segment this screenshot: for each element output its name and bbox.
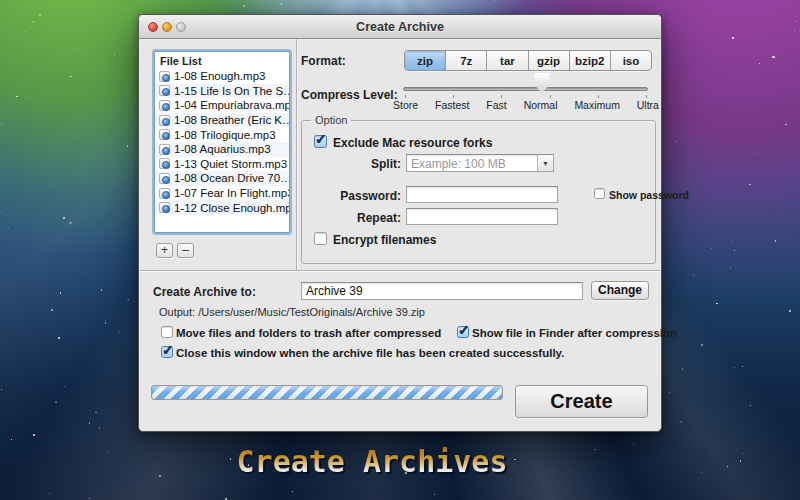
- star-dot: [74, 49, 75, 50]
- archive-name-field[interactable]: [301, 282, 583, 300]
- destination-label: Create Archive to:: [153, 285, 256, 299]
- list-item-label: 1-13 Quiet Storm.mp3: [174, 158, 287, 170]
- star-dot: [675, 141, 676, 142]
- audio-file-icon: [159, 85, 170, 96]
- list-item[interactable]: 1-04 Empuriabrava.mp3: [155, 98, 289, 113]
- split-combobox[interactable]: Example: 100 MB ▼: [406, 154, 554, 172]
- add-file-button[interactable]: +: [156, 243, 173, 258]
- close-window-checkbox[interactable]: ✓: [161, 346, 173, 358]
- list-item-label: 1-15 Life Is On The S…: [174, 85, 289, 97]
- format-option-7z[interactable]: 7z: [446, 51, 487, 70]
- list-item[interactable]: 1-13 Quiet Storm.mp3: [155, 157, 289, 172]
- star-dot: [90, 159, 91, 160]
- audio-file-icon: [159, 144, 170, 155]
- window-titlebar[interactable]: Create Archive: [139, 15, 661, 39]
- file-list[interactable]: File List 1-08 Enough.mp3 1-15 Life Is O…: [154, 51, 290, 233]
- star-dot: [95, 412, 97, 414]
- list-item-label: 1-12 Close Enough.mp3: [174, 202, 289, 214]
- format-option-iso[interactable]: iso: [611, 51, 651, 70]
- create-archive-window: Create Archive File List 1-08 Enough.mp3…: [138, 14, 662, 432]
- list-item[interactable]: 1-07 Fear In Flight.mp3: [155, 186, 289, 201]
- password-field[interactable]: [406, 186, 558, 203]
- star-dot: [101, 289, 103, 291]
- star-dot: [114, 54, 115, 55]
- move-trash-checkbox[interactable]: ✓: [161, 326, 173, 338]
- star-dot: [243, 5, 245, 7]
- encrypt-filenames-checkbox[interactable]: ✓: [314, 232, 327, 245]
- file-list-label: File List: [155, 52, 289, 69]
- change-button[interactable]: Change: [591, 281, 649, 300]
- desktop-background: Create Archives Create Archive File List…: [0, 0, 800, 500]
- format-option-bzip2[interactable]: bzip2: [570, 51, 611, 70]
- star-dot: [759, 63, 760, 64]
- list-item-label: 1-04 Empuriabrava.mp3: [174, 99, 289, 111]
- star-dot: [734, 250, 735, 251]
- list-item[interactable]: 1-08 Trilogique.mp3: [155, 127, 289, 142]
- star-dot: [711, 248, 712, 249]
- split-dropdown-button[interactable]: ▼: [537, 155, 553, 171]
- star-dot: [281, 3, 283, 5]
- star-dot: [680, 421, 682, 423]
- star-dot: [58, 337, 60, 339]
- star-dot: [60, 292, 62, 294]
- encrypt-filenames-label: Encrypt filenames: [333, 233, 436, 247]
- exclude-forks-checkbox[interactable]: ✓: [314, 135, 327, 148]
- star-dot: [732, 37, 734, 39]
- star-dot: [89, 498, 90, 499]
- format-option-zip[interactable]: zip: [405, 51, 446, 70]
- star-dot: [128, 299, 129, 300]
- star-dot: [789, 310, 791, 312]
- star-dot: [63, 217, 65, 219]
- audio-file-icon: [159, 100, 170, 111]
- create-button[interactable]: Create: [515, 385, 648, 418]
- list-item-label: 1-08 Breather (Eric K…: [174, 114, 289, 126]
- audio-file-icon: [159, 158, 170, 169]
- star-dot: [16, 96, 18, 98]
- star-dot: [105, 322, 107, 324]
- show-password-label: Show password: [609, 189, 689, 201]
- list-item-label: 1-08 Ocean Drive 70…: [174, 172, 289, 184]
- star-dot: [99, 427, 101, 429]
- star-dot: [76, 135, 78, 137]
- list-item[interactable]: 1-15 Life Is On The S…: [155, 84, 289, 99]
- star-dot: [772, 56, 774, 58]
- show-finder-checkbox[interactable]: ✓: [457, 326, 469, 338]
- format-option-tar[interactable]: tar: [487, 51, 528, 70]
- split-label: Split:: [301, 157, 401, 171]
- list-item[interactable]: 1-08 Enough.mp3: [155, 69, 289, 84]
- app-caption: Create Archives: [0, 444, 772, 479]
- star-dot: [1, 124, 2, 125]
- audio-file-icon: [159, 173, 170, 184]
- progress-bar: [151, 385, 503, 400]
- pane-divider-horizontal: [139, 270, 661, 271]
- remove-file-button[interactable]: –: [177, 243, 194, 258]
- compress-slider-track[interactable]: [403, 87, 648, 91]
- star-dot: [85, 2, 86, 3]
- slider-label-store: Store: [393, 99, 418, 111]
- format-option-gzip[interactable]: gzip: [529, 51, 570, 70]
- slider-label-fastest: Fastest: [435, 99, 469, 111]
- star-dot: [669, 392, 670, 393]
- star-dot: [1, 211, 2, 212]
- star-dot: [27, 95, 29, 97]
- star-dot: [69, 222, 71, 224]
- star-dot: [127, 145, 129, 147]
- list-item[interactable]: 1-12 Close Enough.mp3: [155, 200, 289, 215]
- star-dot: [70, 76, 72, 78]
- star-dot: [33, 434, 35, 436]
- audio-file-icon: [159, 115, 170, 126]
- compress-level-label: Compress Level:: [301, 88, 398, 102]
- star-dot: [8, 227, 9, 228]
- pane-divider-vertical: [296, 39, 297, 270]
- star-dot: [102, 21, 103, 22]
- show-password-checkbox[interactable]: ✓: [594, 188, 605, 199]
- audio-file-icon: [159, 202, 170, 213]
- star-dot: [693, 274, 695, 276]
- list-item[interactable]: 1-08 Aquarius.mp3: [155, 142, 289, 157]
- star-dot: [55, 401, 57, 403]
- list-item[interactable]: 1-08 Ocean Drive 70…: [155, 171, 289, 186]
- list-item[interactable]: 1-08 Breather (Eric K…: [155, 113, 289, 128]
- exclude-forks-label: Exclude Mac resource forks: [333, 136, 492, 150]
- repeat-field[interactable]: [406, 208, 558, 225]
- star-dot: [749, 184, 751, 186]
